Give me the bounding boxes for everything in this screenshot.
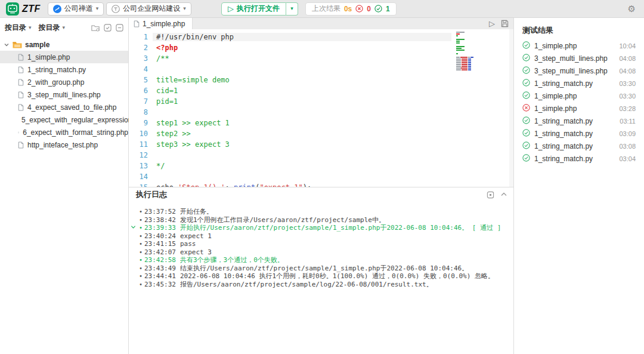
log-entry: • 23:41:15 pass	[129, 240, 513, 248]
folder-icon	[13, 41, 22, 48]
line-number: 9	[129, 119, 153, 127]
result-file-name: 1_string_match.py	[534, 142, 593, 150]
log-message: 报告/Users/aaron/ztf/project/sample/log/22…	[180, 280, 513, 289]
result-item[interactable]: 3_step_multi_lines.php 04:08	[514, 52, 644, 64]
file-tree-item[interactable]: http_inteface_test.php	[0, 138, 128, 151]
chevron-down-icon: ▾	[96, 6, 99, 11]
last-result-summary: 上次结果 0s 0 1	[305, 2, 397, 16]
line-number: 7	[129, 97, 153, 106]
code-line: 8	[129, 107, 513, 118]
result-status-icon	[522, 104, 530, 113]
workspace-dropdown[interactable]: 公司禅道 ▾	[48, 2, 104, 16]
editor-tab-1-simple-php[interactable]: 1_simple.php	[129, 18, 193, 29]
tree-root-sample-folder[interactable]: sample	[0, 38, 128, 51]
file-icon	[18, 141, 24, 149]
result-item[interactable]: 1_string_match.py 03:11	[514, 115, 644, 127]
ztf-app-window: ZTF 公司禅道 ▾ 公司企业网站建设 ▾ ▷ 执行打开文件	[0, 0, 644, 354]
result-file-name: 3_step_multi_lines.php	[534, 54, 608, 63]
sidebar-toolbar	[91, 24, 123, 32]
code-line-text: step2 >>	[153, 130, 451, 138]
file-tree-item[interactable]: 3_step_multi_lines.php	[0, 88, 128, 101]
line-number: 12	[129, 151, 153, 159]
product-dropdown[interactable]: 公司企业网站建设 ▾	[106, 2, 191, 16]
result-item[interactable]: 1_string_match.py 03:04	[514, 152, 644, 165]
scroll-lock-icon[interactable]	[487, 191, 494, 199]
line-number: 6	[129, 87, 153, 95]
file-tree-item[interactable]: 5_expect_with_regular_expression.php	[0, 113, 128, 126]
log-timestamp: 23:38:42	[144, 216, 180, 224]
log-entry: • 23:44:41 2022-06-08 10:04:46 执行1个用例，耗时…	[129, 272, 513, 281]
result-item[interactable]: 1_simple.php 03:28	[514, 102, 644, 115]
sidebar-tab-by-directory-left[interactable]: 按目录 ▾	[5, 23, 32, 33]
file-tree-item[interactable]: 4_expect_saved_to_file.php	[0, 101, 128, 113]
code-line-text: */	[153, 162, 451, 170]
log-entry: • 23:38:42 发现1个用例在工作目录/Users/aaron/ztf/p…	[129, 216, 513, 224]
play-icon: ▷	[228, 5, 234, 13]
result-item[interactable]: 1_simple.php 03:30	[514, 90, 644, 102]
result-status-icon	[522, 54, 530, 63]
code-line: 9 step1 >> expect 1	[129, 118, 513, 128]
ztf-logo-icon	[6, 2, 19, 16]
sidebar-header: 按目录 ▾ 按目录 ▾	[0, 20, 128, 35]
result-status-icon	[522, 154, 530, 164]
run-file-icon[interactable]: ▷	[489, 20, 495, 27]
log-timestamp: 23:44:41	[144, 272, 180, 280]
result-time: 03:08	[619, 143, 636, 150]
settings-gear-icon[interactable]: ⚙	[628, 4, 636, 14]
pass-circle-icon	[522, 79, 530, 87]
select-all-icon[interactable]	[104, 24, 112, 32]
last-result-label: 上次结果	[312, 4, 340, 14]
result-file-name: 1_string_match.py	[534, 79, 593, 88]
file-icon	[18, 104, 24, 111]
result-time: 10:04	[619, 42, 636, 50]
pass-circle-icon	[522, 116, 530, 124]
line-number: 2	[129, 44, 153, 52]
result-item[interactable]: 1_string_match.py 03:08	[514, 140, 644, 152]
chevron-down-icon: ▾	[29, 25, 32, 30]
pass-circle-icon	[522, 66, 530, 74]
result-item[interactable]: 3_step_multi_lines.php 04:08	[514, 64, 644, 77]
result-file-name: 1_string_match.py	[534, 155, 593, 163]
collapse-all-icon[interactable]	[116, 24, 123, 32]
editor-tab-title: 1_simple.php	[143, 20, 185, 28]
code-line-text: cid=1	[153, 87, 451, 95]
result-time: 03:28	[619, 105, 636, 112]
result-status-icon	[522, 116, 530, 126]
file-tree-item[interactable]: 1_simple.php	[0, 51, 128, 63]
run-options-caret[interactable]: ▾	[286, 2, 298, 16]
save-icon[interactable]	[501, 20, 509, 27]
result-item[interactable]: 1_string_match.py 03:09	[514, 127, 644, 140]
execution-log-panel: 执行日志 • 23:37:52 开始任务。 • 23:38:42 发现1个用例在…	[129, 187, 513, 354]
log-lines: • 23:37:52 开始任务。 • 23:38:42 发现1个用例在工作目录/…	[129, 208, 513, 288]
log-entry: • 23:42:58 共有3个步骤，3个通过，0个失败。	[129, 256, 513, 264]
code-editor-pane: 1_simple.php ▷ 1 #!/usr/bin/env php 2 <?…	[129, 18, 513, 187]
run-open-file-button[interactable]: ▷ 执行打开文件	[221, 2, 286, 16]
app-title: ZTF	[22, 4, 41, 14]
bullet-icon: •	[137, 249, 144, 256]
result-item[interactable]: 1_string_match.py 03:30	[514, 77, 644, 90]
result-status-icon	[522, 41, 530, 51]
result-item[interactable]: 1_simple.php 10:04	[514, 39, 644, 52]
log-timestamp: 23:45:32	[144, 281, 180, 288]
code-line-text: /**	[153, 54, 451, 63]
log-expand-chevron-icon[interactable]	[129, 224, 137, 232]
line-number: 10	[129, 130, 153, 138]
results-list: 1_simple.php 10:04 3_step_multi_lines.ph…	[514, 39, 644, 165]
code-line-text: #!/usr/bin/env php	[153, 33, 451, 41]
file-tree-item[interactable]: 2_with_group.php	[0, 76, 128, 88]
editor-tab-actions: ▷	[489, 18, 509, 29]
file-tree-item[interactable]: 6_expect_with_format_string.php	[0, 126, 128, 138]
code-line-text: step3 >> expect 3	[153, 140, 451, 149]
sidebar-tab-by-directory-right[interactable]: 按目录 ▾	[39, 23, 66, 33]
editor-scrollbar[interactable]	[509, 29, 513, 187]
folder-settings-icon[interactable]	[91, 24, 100, 32]
code-line: 11 step3 >> expect 3	[129, 139, 513, 150]
bullet-icon: •	[137, 281, 144, 288]
file-tree-item[interactable]: 1_string_match.py	[0, 63, 128, 76]
line-number: 4	[129, 65, 153, 73]
collapse-panel-icon[interactable]	[500, 191, 507, 198]
code-editor[interactable]: 1 #!/usr/bin/env php 2 <?php 3 /** 4 5 t…	[129, 29, 513, 187]
chevron-down-icon: ▾	[290, 6, 293, 11]
minimap[interactable]	[456, 32, 476, 71]
log-entry: • 23:37:52 开始任务。	[129, 208, 513, 216]
